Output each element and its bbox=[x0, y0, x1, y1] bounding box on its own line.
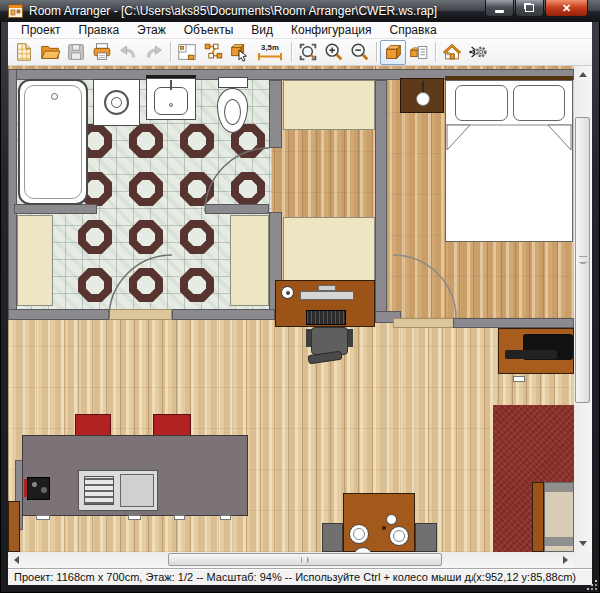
wall-bath-hall-upper[interactable] bbox=[269, 80, 282, 148]
thumb-gripper bbox=[579, 256, 587, 263]
armchair-back bbox=[545, 483, 573, 492]
dining-chair-right[interactable] bbox=[415, 523, 437, 552]
cabinet-door-mark bbox=[220, 515, 231, 520]
menu-edit[interactable]: Правка bbox=[70, 22, 129, 38]
armchair-seat[interactable] bbox=[544, 482, 574, 552]
toolbar-separator bbox=[435, 42, 436, 62]
bathtub[interactable] bbox=[18, 79, 88, 205]
status-project-info: Проект: 1168cm x 700cm, Этаж: 1/2 -- Мас… bbox=[14, 571, 473, 583]
nightstand[interactable] bbox=[400, 78, 444, 113]
wall-bottom-a[interactable] bbox=[8, 309, 109, 320]
vertical-scroll-thumb[interactable] bbox=[575, 117, 590, 403]
plate-inner bbox=[353, 528, 365, 540]
wall-bedroom-bottom[interactable] bbox=[453, 318, 574, 328]
toilet-tank[interactable] bbox=[218, 77, 248, 88]
resize-grip[interactable] bbox=[587, 580, 598, 591]
dining-table[interactable] bbox=[343, 493, 415, 552]
cabinet-door-mark bbox=[513, 376, 525, 382]
closet-wc-right[interactable] bbox=[230, 215, 269, 306]
open-project-button[interactable] bbox=[37, 40, 63, 65]
scroll-right-button[interactable] bbox=[557, 552, 574, 568]
closet-hall-top[interactable] bbox=[283, 80, 375, 130]
minimize-button[interactable] bbox=[485, 0, 514, 17]
edit-room-button[interactable] bbox=[174, 40, 200, 65]
horizontal-scrollbar[interactable] bbox=[8, 552, 574, 568]
view-3d-button[interactable] bbox=[380, 40, 406, 65]
close-button[interactable]: ✕ bbox=[545, 0, 588, 17]
wall-bath-divider-left[interactable] bbox=[14, 204, 97, 214]
undo-button[interactable] bbox=[115, 40, 141, 65]
explode-view-button[interactable] bbox=[465, 40, 491, 65]
armchair-frame[interactable] bbox=[532, 482, 544, 552]
kitchen-counter-left[interactable] bbox=[8, 501, 20, 552]
toolbar: 3,5m bbox=[8, 39, 592, 66]
sink-faucet bbox=[170, 80, 172, 90]
vertical-scrollbar[interactable] bbox=[574, 66, 592, 552]
menu-objects[interactable]: Объекты bbox=[175, 22, 243, 38]
dining-chair-left[interactable] bbox=[322, 523, 343, 552]
edit-walls-button[interactable] bbox=[200, 40, 226, 65]
house-view-button[interactable] bbox=[439, 40, 465, 65]
tile-octagon-motif bbox=[129, 220, 163, 254]
menu-view[interactable]: Вид bbox=[242, 22, 282, 38]
object-properties-button[interactable] bbox=[406, 40, 432, 65]
zoom-out-button[interactable] bbox=[347, 40, 373, 65]
redo-button[interactable] bbox=[141, 40, 167, 65]
open-folder-icon bbox=[39, 41, 61, 63]
island-sink-basin bbox=[120, 474, 154, 507]
zoom-fit-icon bbox=[297, 41, 319, 63]
office-chair[interactable] bbox=[311, 327, 348, 355]
bathtub-drain bbox=[51, 93, 58, 100]
desk-lamp-dot bbox=[286, 291, 290, 295]
save-project-button[interactable] bbox=[63, 40, 89, 65]
maximize-button[interactable] bbox=[515, 0, 544, 17]
window-title: Room Arranger - [C:\Users\aks85\Document… bbox=[29, 4, 437, 18]
tv-cabinet[interactable] bbox=[498, 328, 574, 374]
bathroom-sink[interactable] bbox=[146, 78, 196, 120]
closet-wc-left[interactable] bbox=[17, 215, 53, 306]
computer-desk[interactable] bbox=[275, 280, 375, 327]
tile-octagon-motif bbox=[231, 172, 265, 206]
wall-left[interactable] bbox=[8, 69, 17, 316]
washer-door-inner bbox=[111, 97, 122, 108]
new-document-icon bbox=[13, 41, 35, 63]
menu-project[interactable]: Проект bbox=[12, 22, 70, 38]
app-icon bbox=[8, 4, 23, 18]
coffee-maker[interactable] bbox=[27, 477, 50, 500]
plate-inner bbox=[393, 530, 405, 542]
print-button[interactable] bbox=[89, 40, 115, 65]
select-object-button[interactable] bbox=[226, 40, 252, 65]
kitchen-island[interactable] bbox=[22, 435, 248, 516]
wall-bottom-b[interactable] bbox=[172, 309, 275, 320]
scroll-up-button[interactable] bbox=[574, 66, 592, 83]
wall-hall-bedroom[interactable] bbox=[375, 80, 387, 318]
wall-bath-divider-right[interactable] bbox=[205, 204, 269, 214]
pillow-left bbox=[455, 85, 508, 121]
cabinet-door-mark bbox=[174, 515, 185, 520]
washing-machine[interactable] bbox=[93, 79, 140, 126]
menu-floor[interactable]: Этаж bbox=[128, 22, 175, 38]
scrollbar-corner bbox=[574, 552, 592, 568]
zoom-in-button[interactable] bbox=[321, 40, 347, 65]
bar-stool-2[interactable] bbox=[153, 414, 191, 436]
measure-button[interactable]: 3,5m bbox=[252, 40, 288, 65]
new-project-button[interactable] bbox=[11, 40, 37, 65]
title-bar[interactable]: Room Arranger - [C:\Users\aks85\Document… bbox=[0, 0, 600, 22]
zoom-in-icon bbox=[323, 41, 345, 63]
horizontal-scroll-thumb[interactable] bbox=[168, 553, 442, 566]
undo-arrow-icon bbox=[117, 41, 139, 63]
menu-configuration[interactable]: Конфигурация bbox=[282, 22, 381, 38]
menu-help[interactable]: Справка bbox=[381, 22, 446, 38]
toolbar-separator bbox=[170, 42, 171, 62]
scroll-left-button[interactable] bbox=[8, 552, 25, 568]
tile-octagon-motif bbox=[180, 220, 214, 254]
keyboard bbox=[306, 310, 346, 325]
cabinet-door-mark bbox=[36, 515, 50, 520]
zoom-to-fit-button[interactable] bbox=[295, 40, 321, 65]
bar-stool-1[interactable] bbox=[75, 414, 111, 436]
scroll-down-button[interactable] bbox=[574, 535, 592, 552]
restore-icon bbox=[525, 4, 534, 12]
double-bed[interactable] bbox=[445, 80, 573, 242]
toolbar-separator bbox=[376, 42, 377, 62]
floor-plan-canvas[interactable] bbox=[8, 66, 574, 552]
